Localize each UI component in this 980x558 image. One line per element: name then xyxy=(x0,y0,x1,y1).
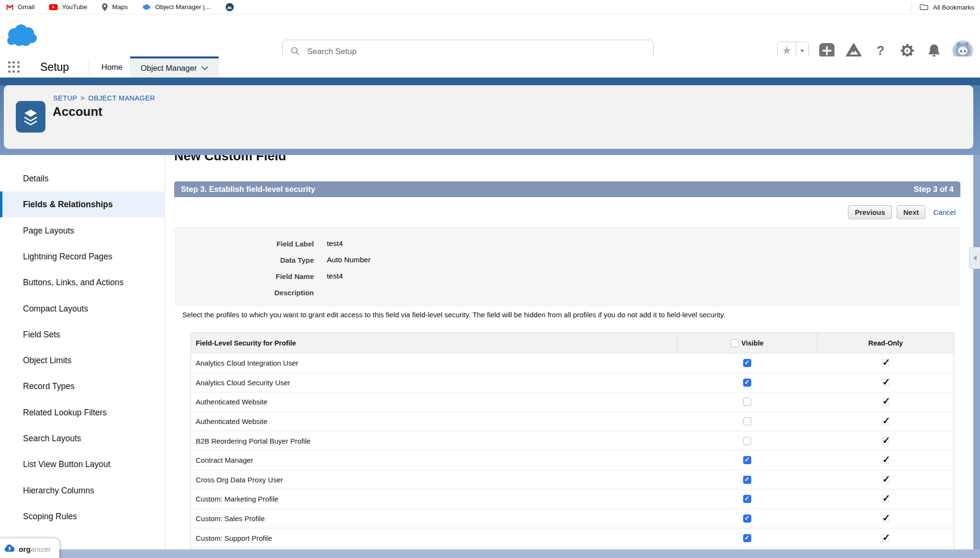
all-bookmarks-button[interactable]: All Bookmarks xyxy=(933,4,974,11)
app-launcher-icon[interactable] xyxy=(8,61,20,73)
global-header: ★ ? xyxy=(0,14,980,56)
table-row: Analytics Cloud Security User xyxy=(191,373,954,392)
visible-checkbox[interactable] xyxy=(743,359,751,367)
table-header-row: Field-Level Security for Profile Visible… xyxy=(191,333,954,353)
previous-button[interactable]: Previous xyxy=(848,205,891,219)
visible-cell xyxy=(677,476,817,484)
breadcrumb-setup-link[interactable]: SETUP xyxy=(53,94,77,102)
sidebar-item-compact-layouts[interactable]: Compact Layouts xyxy=(0,296,165,322)
folder-icon xyxy=(920,3,928,12)
salesforce-logo[interactable] xyxy=(5,23,42,52)
breadcrumb-object-manager-link[interactable]: OBJECT MANAGER xyxy=(88,94,155,102)
field-summary-value: test4 xyxy=(327,272,343,280)
new-custom-field-heading: New Custom Field xyxy=(174,155,286,164)
organizer-extension-popup[interactable]: organizer xyxy=(0,538,59,558)
page-title: Account xyxy=(53,104,102,119)
sidebar-item-field-sets[interactable]: Field Sets xyxy=(0,322,165,347)
table-row: Cross Org Data Proxy User xyxy=(191,470,954,490)
profile-name-cell: Authenticated Website xyxy=(191,417,677,425)
table-row: Contract Manager xyxy=(191,450,954,470)
visible-checkbox[interactable] xyxy=(743,476,751,484)
table-row: Authenticated Website xyxy=(191,412,954,431)
tab-home-label: Home xyxy=(101,63,122,72)
bookmark-label: Gmail xyxy=(18,3,34,11)
field-summary-row: Description xyxy=(174,284,960,301)
profile-name-cell: Cross Org Data Proxy User xyxy=(191,476,677,484)
profile-name-cell: B2B Reordering Portal Buyer Profile xyxy=(191,437,677,445)
visible-checkbox[interactable] xyxy=(743,379,751,387)
next-button[interactable]: Next xyxy=(897,205,926,219)
field-summary-label: Field Label xyxy=(174,240,314,248)
visible-checkbox[interactable] xyxy=(743,514,751,523)
page-background-strip xyxy=(973,155,980,558)
visible-cell xyxy=(677,398,817,406)
bookmark-item[interactable]: Object Manager |… xyxy=(142,3,211,11)
field-summary-row: Field Nametest4 xyxy=(174,268,960,284)
readonly-cell xyxy=(817,437,954,445)
readonly-cell xyxy=(817,359,954,367)
sidebar-item-fields-relationships[interactable]: Fields & Relationships xyxy=(0,191,165,217)
visible-checkbox[interactable] xyxy=(743,534,751,542)
visible-checkbox[interactable] xyxy=(743,398,751,406)
table-row: Custom: Marketing Profile xyxy=(191,489,954,509)
bookmark-item[interactable]: YouTube xyxy=(49,3,87,11)
readonly-cell xyxy=(817,379,954,386)
visible-cell xyxy=(677,456,817,464)
table-row: Analytics Cloud Integration User xyxy=(191,353,954,373)
visible-checkbox[interactable] xyxy=(743,495,751,503)
sidebar-item-hierarchy-columns[interactable]: Hierarchy Columns xyxy=(0,478,165,503)
readonly-cell xyxy=(817,535,954,542)
field-summary-label: Description xyxy=(174,289,314,297)
organizer-label-rest: anizer xyxy=(31,545,51,553)
profile-column-header: Field-Level Security for Profile xyxy=(191,339,677,347)
object-sidebar: DetailsFields & RelationshipsPage Layout… xyxy=(0,155,165,558)
readonly-check-icon xyxy=(882,418,889,425)
sidebar-item-buttons-links-and-actions[interactable]: Buttons, Links, and Actions xyxy=(0,269,165,295)
gmail-icon xyxy=(6,4,14,11)
field-summary-row: Field Labeltest4 xyxy=(174,235,960,252)
table-row: Custom: Sales Profile xyxy=(191,509,954,528)
readonly-check-icon xyxy=(882,476,889,483)
bookmark-item[interactable]: Maps xyxy=(101,3,128,11)
readonly-column-header: Read-Only xyxy=(817,333,954,353)
sidebar-item-scoping-rules[interactable]: Scoping Rules xyxy=(0,503,165,529)
sidebar-item-list-view-button-layout[interactable]: List View Button Layout xyxy=(0,451,165,477)
collapse-panel-handle[interactable] xyxy=(969,247,980,269)
profile-name-cell: Analytics Cloud Security User xyxy=(191,379,677,387)
readonly-check-icon xyxy=(882,515,889,522)
sidebar-item-related-lookup-filters[interactable]: Related Lookup Filters xyxy=(0,400,165,425)
visible-cell xyxy=(677,534,817,542)
profile-name-cell: Contract Manager xyxy=(191,456,677,464)
bottom-strip xyxy=(0,549,980,558)
sidebar-item-record-types[interactable]: Record Types xyxy=(0,373,165,399)
visible-cell xyxy=(677,379,817,387)
youtube-icon xyxy=(49,4,58,11)
tab-home[interactable]: Home xyxy=(91,56,133,78)
bookmark-item[interactable] xyxy=(225,3,234,11)
profile-name-cell: Custom: Support Profile xyxy=(191,534,677,542)
visible-cell xyxy=(677,495,817,503)
tab-object-manager[interactable]: Object Manager xyxy=(130,56,219,78)
sidebar-item-details[interactable]: Details xyxy=(0,166,165,191)
sidebar-item-object-limits[interactable]: Object Limits xyxy=(0,347,165,373)
visible-checkbox[interactable] xyxy=(743,437,751,445)
browser-bookmarks-bar: GmailYouTubeMapsObject Manager |… All Bo… xyxy=(0,0,980,14)
profile-name-cell: Custom: Marketing Profile xyxy=(191,495,677,503)
mountain-favicon xyxy=(225,3,234,11)
cancel-link[interactable]: Cancel xyxy=(933,208,956,216)
chevron-down-icon[interactable] xyxy=(201,66,208,70)
sidebar-item-search-layouts[interactable]: Search Layouts xyxy=(0,425,165,451)
bookmark-item[interactable]: Gmail xyxy=(6,3,34,11)
visible-checkbox[interactable] xyxy=(743,417,751,425)
bookmarks-divider xyxy=(912,3,912,11)
salesforce-cloud-favicon xyxy=(142,4,151,11)
field-summary-label: Field Name xyxy=(174,272,314,280)
field-level-security-table: Field-Level Security for Profile Visible… xyxy=(190,333,954,558)
sidebar-item-lightning-record-pages[interactable]: Lightning Record Pages xyxy=(0,244,165,269)
sidebar-item-page-layouts[interactable]: Page Layouts xyxy=(0,218,165,244)
readonly-cell xyxy=(817,418,954,425)
visible-checkbox[interactable] xyxy=(743,456,751,464)
search-input[interactable] xyxy=(306,46,646,57)
visible-select-all-checkbox[interactable] xyxy=(731,339,739,347)
field-summary-label: Data Type xyxy=(174,256,314,264)
